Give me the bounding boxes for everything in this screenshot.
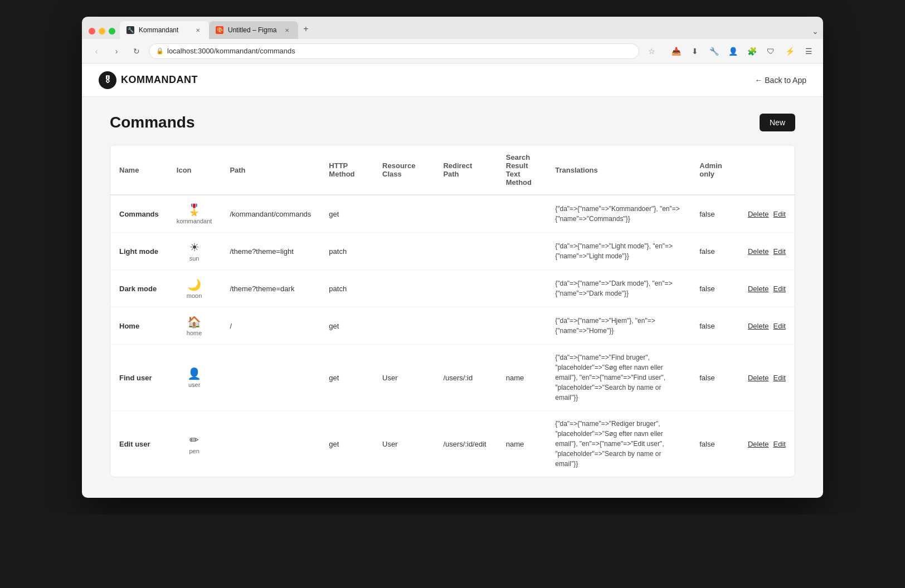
- edit-link[interactable]: Edit: [773, 285, 786, 293]
- icon-label: pen: [189, 448, 199, 454]
- cell-admin-only: false: [690, 411, 739, 477]
- icon-label: sun: [189, 255, 200, 262]
- cell-resource-class: User: [373, 345, 434, 411]
- icon-symbol: ✏: [189, 433, 199, 447]
- cell-actions: Delete Edit: [739, 345, 795, 411]
- col-name: Name: [110, 145, 168, 195]
- tab-list-chevron[interactable]: ⌄: [812, 27, 819, 36]
- delete-link[interactable]: Delete: [748, 440, 769, 448]
- cell-actions: Delete Edit: [739, 307, 795, 345]
- cell-admin-only: false: [690, 307, 739, 345]
- cell-http-method: get: [320, 345, 373, 411]
- table-row: Dark mode 🌙 moon /theme?theme=dark patch…: [110, 270, 795, 307]
- col-redirect-path: Redirect Path: [434, 145, 497, 195]
- tools-icon[interactable]: 🔧: [706, 43, 722, 59]
- table-row: Edit user ✏ pen get User /users/:id/edit…: [110, 411, 795, 477]
- cell-redirect-path: [434, 270, 497, 307]
- commands-table-wrapper: Name Icon Path HTTP Method Resource Clas…: [110, 145, 795, 477]
- url-display: localhost:3000/kommandant/commands: [167, 47, 295, 55]
- tab-kommandant-favicon: 🔧: [126, 26, 134, 34]
- cell-icon: 🎖️ kommandant: [168, 195, 221, 233]
- cell-redirect-path: [434, 195, 497, 233]
- menu-icon[interactable]: ☰: [801, 43, 816, 59]
- table-row: Light mode ☀ sun /theme?theme=light patc…: [110, 233, 795, 270]
- bookmark-button[interactable]: ☆: [644, 43, 659, 59]
- cell-path: [221, 411, 320, 477]
- cell-admin-only: false: [690, 195, 739, 233]
- cell-path: /theme?theme=dark: [221, 270, 320, 307]
- delete-link[interactable]: Delete: [748, 322, 769, 330]
- new-tab-button[interactable]: +: [298, 21, 314, 37]
- cell-path: /kommandant/commands: [221, 195, 320, 233]
- edit-link[interactable]: Edit: [773, 322, 786, 330]
- traffic-lights: [86, 28, 120, 39]
- table-header-row: Name Icon Path HTTP Method Resource Clas…: [110, 145, 795, 195]
- cell-actions: Delete Edit: [739, 270, 795, 307]
- fullscreen-button[interactable]: [109, 28, 115, 35]
- table-row: Home 🏠 home / get {"da"=>{"name"=>"Hjem"…: [110, 307, 795, 345]
- tab-kommandant[interactable]: 🔧 Kommandant ✕: [120, 21, 209, 39]
- cell-search-text-method: [497, 307, 546, 345]
- mac-window: 🔧 Kommandant ✕ 🎨 Untitled – Figma ✕ + ⌄ …: [82, 17, 823, 498]
- cell-actions: Delete Edit: [739, 233, 795, 270]
- cell-http-method: get: [320, 195, 373, 233]
- back-to-app-link[interactable]: ← Back to App: [755, 76, 806, 85]
- extension-icon[interactable]: 🧩: [744, 43, 760, 59]
- edit-link[interactable]: Edit: [773, 440, 786, 448]
- refresh-button[interactable]: ↻: [129, 43, 144, 59]
- cell-path: /: [221, 307, 320, 345]
- icon-label: moon: [187, 292, 202, 299]
- cell-search-text-method: [497, 195, 546, 233]
- page-title: Commands: [110, 114, 194, 131]
- delete-link[interactable]: Delete: [748, 210, 769, 218]
- close-button[interactable]: [89, 28, 95, 35]
- tab-figma-close[interactable]: ✕: [283, 26, 291, 35]
- tab-kommandant-close[interactable]: ✕: [193, 26, 202, 35]
- delete-link[interactable]: Delete: [748, 285, 769, 293]
- cell-icon: ✏ pen: [168, 411, 221, 477]
- back-nav-button[interactable]: ‹: [89, 43, 104, 59]
- table-row: Find user 👤 user get User /users/:id nam…: [110, 345, 795, 411]
- cell-search-text-method: [497, 233, 546, 270]
- icon-symbol: 🎖️: [187, 203, 201, 217]
- browser-toolbar: 📥 ⬇ 🔧 👤 🧩 🛡 ⚡ ☰: [668, 43, 816, 59]
- address-bar: ‹ › ↻ 🔒 localhost:3000/kommandant/comman…: [82, 39, 823, 63]
- logo-text: KOMMANDANT: [121, 74, 198, 86]
- minimize-button[interactable]: [99, 28, 105, 35]
- new-command-button[interactable]: New: [760, 114, 795, 131]
- edit-link[interactable]: Edit: [773, 210, 786, 218]
- app-header: 🎖 KOMMANDANT ← Back to App: [82, 63, 823, 97]
- edit-link[interactable]: Edit: [773, 374, 786, 382]
- col-http-method: HTTP Method: [320, 145, 373, 195]
- cell-search-text-method: name: [497, 411, 546, 477]
- tab-bar: 🔧 Kommandant ✕ 🎨 Untitled – Figma ✕ + ⌄: [82, 17, 823, 39]
- pocket-icon[interactable]: 📥: [668, 43, 684, 59]
- forward-nav-button[interactable]: ›: [109, 43, 124, 59]
- col-admin-only: Admin only: [690, 145, 739, 195]
- delete-link[interactable]: Delete: [748, 247, 769, 256]
- cell-http-method: patch: [320, 233, 373, 270]
- col-icon: Icon: [168, 145, 221, 195]
- cell-resource-class: [373, 233, 434, 270]
- cell-translations: {"da"=>{"name"=>"Hjem"}, "en"=>{"name"=>…: [546, 307, 690, 345]
- col-path: Path: [221, 145, 320, 195]
- delete-link[interactable]: Delete: [748, 374, 769, 382]
- cell-translations: {"da"=>{"name"=>"Rediger bruger", "place…: [546, 411, 690, 477]
- cell-resource-class: User: [373, 411, 434, 477]
- shield-icon[interactable]: 🛡: [763, 43, 779, 59]
- lightning-icon[interactable]: ⚡: [782, 43, 797, 59]
- tab-figma[interactable]: 🎨 Untitled – Figma ✕: [209, 21, 298, 39]
- cell-icon: 🏠 home: [168, 307, 221, 345]
- tab-figma-label: Untitled – Figma: [228, 26, 276, 34]
- cell-admin-only: false: [690, 233, 739, 270]
- download-icon[interactable]: ⬇: [687, 43, 703, 59]
- cell-translations: {"da"=>{"name"=>"Dark mode"}, "en"=>{"na…: [546, 270, 690, 307]
- edit-link[interactable]: Edit: [773, 247, 786, 256]
- cell-translations: {"da"=>{"name"=>"Light mode"}, "en"=>{"n…: [546, 233, 690, 270]
- profile-icon[interactable]: 👤: [725, 43, 741, 59]
- page-content: 🎖 KOMMANDANT ← Back to App Commands New …: [82, 63, 823, 498]
- cell-name: Commands: [110, 195, 168, 233]
- address-bar-input[interactable]: 🔒 localhost:3000/kommandant/commands: [149, 43, 639, 59]
- cell-resource-class: [373, 195, 434, 233]
- commands-table: Name Icon Path HTTP Method Resource Clas…: [110, 145, 795, 477]
